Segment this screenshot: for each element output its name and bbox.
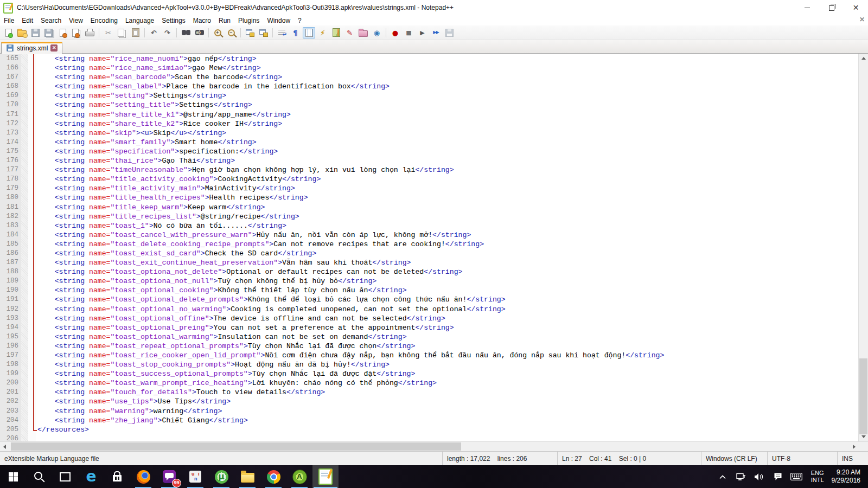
bookmark-margin[interactable]	[21, 138, 28, 147]
fold-margin[interactable]	[28, 434, 36, 441]
fold-margin[interactable]	[28, 175, 36, 184]
menu-run[interactable]: Run	[215, 16, 234, 25]
macro-run-multiple-icon[interactable]: ▶▶	[430, 27, 442, 38]
fold-margin[interactable]	[28, 407, 36, 416]
fold-margin[interactable]	[28, 230, 36, 240]
fold-margin[interactable]	[28, 397, 36, 406]
fold-margin[interactable]	[28, 193, 36, 202]
fold-margin[interactable]	[28, 165, 36, 175]
menu-encoding[interactable]: Encoding	[87, 16, 122, 25]
save-icon[interactable]	[29, 27, 42, 38]
fold-margin[interactable]	[28, 360, 36, 369]
bookmark-margin[interactable]	[21, 156, 28, 165]
clock[interactable]: 9:20 AM 9/29/2016	[829, 468, 865, 485]
bookmark-margin[interactable]	[21, 360, 28, 369]
bookmark-margin[interactable]	[21, 314, 28, 323]
bookmark-margin[interactable]	[21, 240, 28, 249]
fold-margin[interactable]	[28, 332, 36, 342]
language-indicator[interactable]: ENG INTL	[806, 470, 829, 484]
bookmark-margin[interactable]	[21, 193, 28, 202]
document-switcher-icon[interactable]: ✎	[343, 27, 356, 38]
undo-icon[interactable]: ↶	[148, 27, 160, 38]
fold-margin[interactable]	[28, 323, 36, 332]
bookmark-margin[interactable]	[21, 82, 28, 91]
bookmark-margin[interactable]	[21, 212, 28, 221]
fold-margin[interactable]	[28, 416, 36, 425]
taskbar-file-explorer-icon[interactable]	[234, 465, 260, 488]
fold-margin[interactable]	[28, 249, 36, 258]
taskbar-search-button[interactable]	[26, 465, 52, 488]
action-center-icon[interactable]	[769, 465, 787, 488]
code-view[interactable]: 165 <string name="rice_name_nuomi">gạo n…	[0, 54, 858, 441]
menu-macro[interactable]: Macro	[189, 16, 215, 25]
tab-close-icon[interactable]: ✕	[50, 44, 58, 52]
bookmark-margin[interactable]	[21, 258, 28, 267]
bookmark-margin[interactable]	[21, 378, 28, 388]
zoom-in-icon[interactable]: +	[212, 27, 224, 38]
vertical-scrollbar-thumb[interactable]	[859, 358, 867, 434]
bookmark-margin[interactable]	[21, 54, 28, 63]
find-icon[interactable]	[180, 27, 192, 38]
restore-button[interactable]	[819, 0, 844, 15]
fold-margin[interactable]	[28, 388, 36, 397]
bookmark-margin[interactable]	[21, 407, 28, 416]
fold-margin[interactable]	[28, 129, 36, 138]
editor-area[interactable]: 165 <string name="rice_name_nuomi">gạo n…	[0, 54, 868, 441]
fold-margin[interactable]	[28, 267, 36, 277]
scroll-right-arrow-icon[interactable]	[850, 442, 859, 451]
macro-stop-icon[interactable]: ■	[403, 27, 415, 38]
fold-margin[interactable]	[28, 100, 36, 110]
sync-vertical-scroll-icon[interactable]	[244, 27, 256, 38]
bookmark-margin[interactable]	[21, 286, 28, 295]
bookmark-margin[interactable]	[21, 147, 28, 156]
bookmark-margin[interactable]	[21, 91, 28, 100]
bookmark-margin[interactable]	[21, 305, 28, 314]
fold-margin[interactable]	[28, 305, 36, 314]
bookmark-margin[interactable]	[21, 175, 28, 184]
fold-margin[interactable]	[28, 295, 36, 304]
status-insert-mode[interactable]: INS	[837, 452, 868, 465]
fold-margin[interactable]	[28, 73, 36, 82]
scroll-down-arrow-icon[interactable]	[859, 432, 868, 441]
zoom-out-icon[interactable]: −	[225, 27, 238, 38]
bookmark-margin[interactable]	[21, 184, 28, 193]
bookmark-margin[interactable]	[21, 230, 28, 240]
bookmark-margin[interactable]	[21, 434, 28, 441]
fold-margin[interactable]	[28, 277, 36, 286]
taskbar-unikey-icon[interactable]	[182, 465, 208, 488]
menu-search[interactable]: Search	[37, 16, 65, 25]
bookmark-margin[interactable]	[21, 332, 28, 342]
chevron-up-icon[interactable]	[713, 465, 732, 488]
taskbar-firefox-icon[interactable]	[130, 465, 156, 488]
menu-settings[interactable]: Settings	[158, 16, 189, 25]
menu-edit[interactable]: Edit	[18, 16, 37, 25]
copy-icon[interactable]	[116, 27, 128, 38]
bookmark-margin[interactable]	[21, 110, 28, 119]
fold-margin[interactable]	[28, 54, 36, 63]
fold-margin[interactable]	[28, 378, 36, 388]
horizontal-scrollbar-thumb[interactable]	[11, 442, 461, 451]
taskbar-start-button[interactable]	[0, 465, 26, 488]
print-icon[interactable]	[84, 27, 96, 38]
vertical-scrollbar[interactable]	[858, 54, 868, 441]
macro-save-icon[interactable]	[443, 27, 456, 38]
new-file-icon[interactable]	[2, 27, 15, 38]
bookmark-margin[interactable]	[21, 323, 28, 332]
tab-strings-xml[interactable]: strings.xml ✕	[1, 42, 62, 54]
fold-margin[interactable]	[28, 425, 36, 434]
fold-margin[interactable]	[28, 351, 36, 360]
bookmark-margin[interactable]	[21, 203, 28, 212]
bookmark-margin[interactable]	[21, 369, 28, 378]
fold-margin[interactable]	[28, 286, 36, 295]
bookmark-margin[interactable]	[21, 63, 28, 73]
bookmark-margin[interactable]	[21, 165, 28, 175]
taskbar-notepad-plus-plus-icon[interactable]	[312, 465, 339, 488]
scroll-left-arrow-icon[interactable]	[0, 442, 9, 451]
bookmark-margin[interactable]	[21, 221, 28, 230]
close-document-icon[interactable]: ✕	[859, 16, 865, 23]
menu-plugins[interactable]: Plugins	[234, 16, 263, 25]
status-encoding[interactable]: UTF-8	[767, 452, 837, 465]
close-all-icon[interactable]	[70, 27, 82, 38]
bookmark-margin[interactable]	[21, 277, 28, 286]
open-file-icon[interactable]	[16, 27, 28, 38]
